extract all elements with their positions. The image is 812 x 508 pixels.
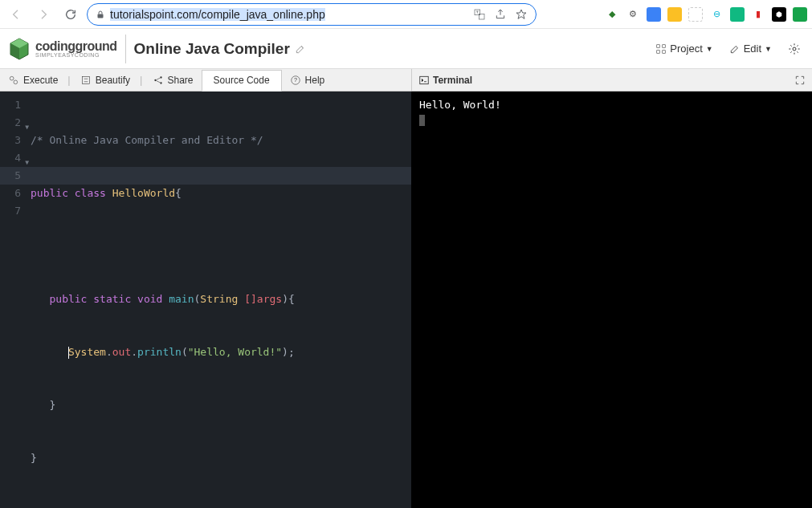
project-dropdown[interactable]: Project ▼ xyxy=(651,39,717,58)
share-button[interactable]: Share xyxy=(145,69,202,91)
help-label: Help xyxy=(305,75,325,86)
svg-rect-4 xyxy=(663,44,666,47)
line-gutter: 1 2▼ 3 4▼ 5 6 7 xyxy=(0,91,26,220)
fold-icon[interactable]: ▼ xyxy=(25,119,29,136)
fold-icon[interactable]: ▼ xyxy=(25,154,29,172)
edit-label: Edit xyxy=(744,43,761,55)
line-number: 6 xyxy=(0,185,21,202)
expand-button[interactable] xyxy=(794,75,806,86)
svg-point-9 xyxy=(14,80,18,84)
edit-title-icon[interactable] xyxy=(295,43,306,55)
ext-icon-7[interactable] xyxy=(730,7,745,22)
svg-point-11 xyxy=(154,79,156,80)
line-number: 1 xyxy=(0,96,21,114)
beautify-button[interactable]: Beautify xyxy=(72,69,138,91)
share-url-icon[interactable] xyxy=(494,8,507,21)
tab-label: Source Code xyxy=(214,75,270,86)
svg-rect-3 xyxy=(657,44,660,47)
chevron-down-icon: ▼ xyxy=(765,45,772,53)
share-icon xyxy=(153,75,164,86)
help-icon: ? xyxy=(290,75,301,86)
svg-rect-0 xyxy=(98,14,104,18)
terminal-label: Terminal xyxy=(433,75,472,86)
forward-button[interactable] xyxy=(32,3,55,26)
execute-label: Execute xyxy=(23,75,58,86)
execute-button[interactable]: Execute xyxy=(0,69,66,91)
terminal-icon xyxy=(418,75,430,86)
separator xyxy=(125,35,126,63)
back-button[interactable] xyxy=(5,3,27,26)
logo[interactable]: codingground SIMPLYEASYCODING xyxy=(6,36,117,62)
chevron-down-icon: ▼ xyxy=(706,45,713,53)
svg-point-12 xyxy=(160,76,161,78)
settings-button[interactable] xyxy=(783,39,806,59)
page-title: Online Java Compiler xyxy=(134,40,290,58)
extensions-tray: ◆ ⚙ ⊖ ▮ ⬢ xyxy=(605,7,807,22)
line-number: 2▼ xyxy=(0,114,21,132)
pencil-icon xyxy=(729,43,741,55)
separator: | xyxy=(66,74,71,86)
svg-point-7 xyxy=(793,47,796,51)
terminal-line: Hello, World! xyxy=(419,98,804,112)
ext-icon-1[interactable]: ◆ xyxy=(605,7,619,22)
app-header: codingground SIMPLYEASYCODING Online Jav… xyxy=(0,29,812,69)
reload-button[interactable] xyxy=(59,3,82,26)
tab-source-code[interactable]: Source Code xyxy=(202,70,282,91)
terminal-cursor xyxy=(419,115,425,126)
code-editor[interactable]: 1 2▼ 3 4▼ 5 6 7 /* Online Java Compiler … xyxy=(0,91,411,508)
ext-icon-3[interactable] xyxy=(647,7,661,22)
share-label: Share xyxy=(168,75,194,86)
line-number: 4▼ xyxy=(0,149,21,167)
main-area: 1 2▼ 3 4▼ 5 6 7 /* Online Java Compiler … xyxy=(0,91,812,508)
lock-icon xyxy=(96,10,105,19)
edit-dropdown[interactable]: Edit ▼ xyxy=(724,39,777,58)
svg-rect-16 xyxy=(420,76,429,83)
logo-cube-icon xyxy=(6,36,32,62)
ext-icon-10[interactable] xyxy=(793,7,807,22)
logo-slogan: SIMPLYEASYCODING xyxy=(35,52,117,58)
line-number: 7 xyxy=(0,202,21,220)
svg-point-13 xyxy=(160,82,161,83)
gear-icon xyxy=(788,43,801,55)
separator: | xyxy=(138,74,144,86)
ext-icon-4[interactable] xyxy=(667,7,682,22)
svg-rect-10 xyxy=(82,76,89,83)
ext-icon-8[interactable]: ▮ xyxy=(751,7,765,22)
grid-icon xyxy=(655,43,667,55)
help-button[interactable]: ? Help xyxy=(282,69,333,91)
expand-icon xyxy=(794,75,806,86)
svg-text:?: ? xyxy=(294,77,297,83)
ext-icon-2[interactable]: ⚙ xyxy=(626,7,640,22)
url-text: tutorialspoint.com/compile_java_online.p… xyxy=(110,8,468,21)
beautify-label: Beautify xyxy=(96,75,130,86)
logo-text: codingground xyxy=(35,39,117,53)
ext-icon-9[interactable]: ⬢ xyxy=(772,7,786,22)
code-content: /* Online Java Compiler and Editor */ pu… xyxy=(31,96,411,502)
svg-point-8 xyxy=(10,76,14,80)
line-number: 5 xyxy=(0,167,21,185)
bookmark-star-icon[interactable] xyxy=(515,8,528,21)
svg-rect-5 xyxy=(657,50,660,53)
beautify-icon xyxy=(80,75,92,86)
address-bar[interactable]: tutorialspoint.com/compile_java_online.p… xyxy=(87,3,537,26)
terminal-tab[interactable]: Terminal xyxy=(418,75,472,86)
gears-icon xyxy=(8,75,19,86)
project-label: Project xyxy=(670,43,702,55)
editor-toolbar: Execute | Beautify | Share Source Code ?… xyxy=(0,69,812,91)
ext-icon-6[interactable]: ⊖ xyxy=(709,7,724,22)
line-number: 3 xyxy=(0,132,21,149)
ext-icon-5[interactable] xyxy=(688,7,703,22)
svg-rect-6 xyxy=(663,50,666,53)
translate-icon[interactable] xyxy=(473,8,486,21)
browser-toolbar: tutorialspoint.com/compile_java_online.p… xyxy=(0,0,812,29)
terminal-output[interactable]: Hello, World! xyxy=(411,91,812,508)
